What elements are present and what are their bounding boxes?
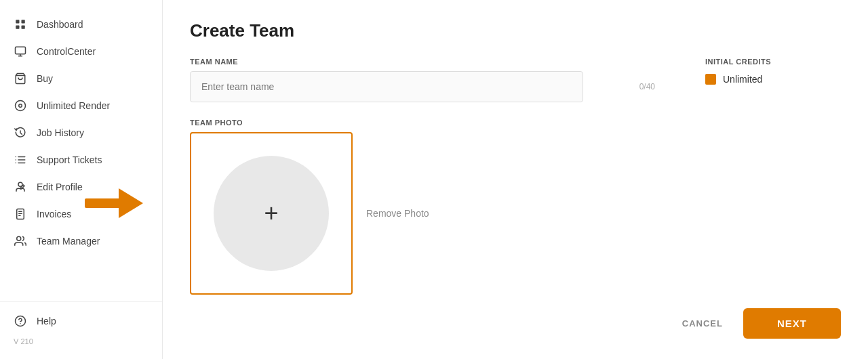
- team-name-input[interactable]: [190, 71, 583, 102]
- photo-upload-box[interactable]: +: [190, 132, 353, 295]
- svg-rect-3: [22, 26, 25, 29]
- team-name-wrapper: 0/40: [190, 71, 665, 102]
- form-section: TEAM NAME 0/40 TEAM PHOTO + Remove Photo: [190, 58, 841, 295]
- monitor-icon: [14, 45, 27, 58]
- sidebar-label-buy: Buy: [37, 73, 53, 84]
- credits-section: INITIAL CREDITS Unlimited: [705, 58, 841, 85]
- sidebar: Dashboard ControlCenter Buy Unlimited Re…: [0, 0, 163, 359]
- credits-dot: [705, 74, 716, 85]
- sidebar-label-invoices: Invoices: [37, 209, 71, 219]
- credits-item: Unlimited: [705, 74, 841, 85]
- svg-rect-0: [16, 20, 19, 23]
- form-right: INITIAL CREDITS Unlimited: [705, 58, 841, 295]
- disc-icon: [14, 99, 27, 112]
- sidebar-label-unlimited-render: Unlimited Render: [37, 100, 110, 111]
- arrow-annotation: [85, 186, 139, 220]
- sidebar-item-control-center[interactable]: ControlCenter: [0, 38, 162, 65]
- credits-label: Unlimited: [723, 74, 762, 85]
- sidebar-item-support-tickets[interactable]: Support Tickets: [0, 146, 162, 173]
- invoice-icon: [14, 207, 27, 221]
- svg-rect-2: [16, 26, 19, 29]
- sidebar-item-unlimited-render[interactable]: Unlimited Render: [0, 92, 162, 119]
- photo-circle: +: [214, 156, 329, 271]
- svg-point-19: [17, 236, 21, 240]
- form-left: TEAM NAME 0/40 TEAM PHOTO + Remove Photo: [190, 58, 665, 295]
- bottom-actions: CANCEL NEXT: [682, 308, 841, 339]
- sidebar-item-job-history[interactable]: Job History: [0, 119, 162, 146]
- cart-icon: [14, 72, 27, 85]
- team-photo-section: + Remove Photo: [190, 132, 665, 295]
- sidebar-label-dashboard: Dashboard: [37, 19, 83, 30]
- help-icon: [14, 314, 27, 328]
- plus-icon: +: [264, 199, 278, 228]
- sidebar-item-buy[interactable]: Buy: [0, 65, 162, 92]
- team-photo-label: TEAM PHOTO: [190, 119, 665, 127]
- dashboard-icon: [14, 18, 27, 31]
- team-name-label: TEAM NAME: [190, 58, 665, 66]
- remove-photo-button[interactable]: Remove Photo: [366, 208, 429, 219]
- version-text: V 210: [0, 335, 162, 348]
- sidebar-label-control-center: ControlCenter: [37, 46, 96, 57]
- cancel-button[interactable]: CANCEL: [682, 312, 723, 335]
- svg-rect-1: [22, 20, 25, 23]
- sidebar-label-support-tickets: Support Tickets: [37, 154, 102, 165]
- list-icon: [14, 153, 27, 167]
- credits-title: INITIAL CREDITS: [705, 58, 841, 66]
- sidebar-label-help: Help: [37, 316, 56, 326]
- svg-rect-4: [16, 47, 26, 54]
- sidebar-item-team-manager[interactable]: Team Manager: [0, 228, 162, 255]
- page-title: Create Team: [190, 20, 841, 41]
- svg-point-6: [16, 101, 26, 111]
- char-count: 0/40: [639, 82, 655, 91]
- edit-profile-icon: [14, 180, 27, 194]
- history-icon: [14, 126, 27, 140]
- svg-point-7: [19, 104, 22, 108]
- sidebar-label-edit-profile: Edit Profile: [37, 182, 83, 192]
- team-icon: [14, 234, 27, 248]
- sidebar-label-job-history: Job History: [37, 127, 84, 138]
- main-content: Create Team TEAM NAME 0/40 TEAM PHOTO + …: [163, 0, 868, 359]
- sidebar-item-dashboard[interactable]: Dashboard: [0, 11, 162, 38]
- next-button[interactable]: NEXT: [743, 308, 841, 339]
- sidebar-label-team-manager: Team Manager: [37, 236, 100, 247]
- sidebar-bottom: Help V 210: [0, 301, 162, 348]
- sidebar-item-help[interactable]: Help: [0, 308, 162, 335]
